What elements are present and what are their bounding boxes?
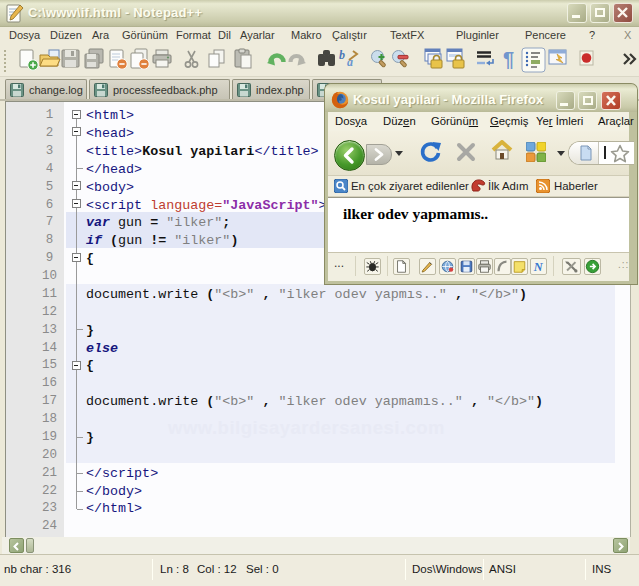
svg-text:¶: ¶ [503,48,514,70]
svg-text:b: b [339,48,345,62]
svg-text:N: N [533,260,544,274]
